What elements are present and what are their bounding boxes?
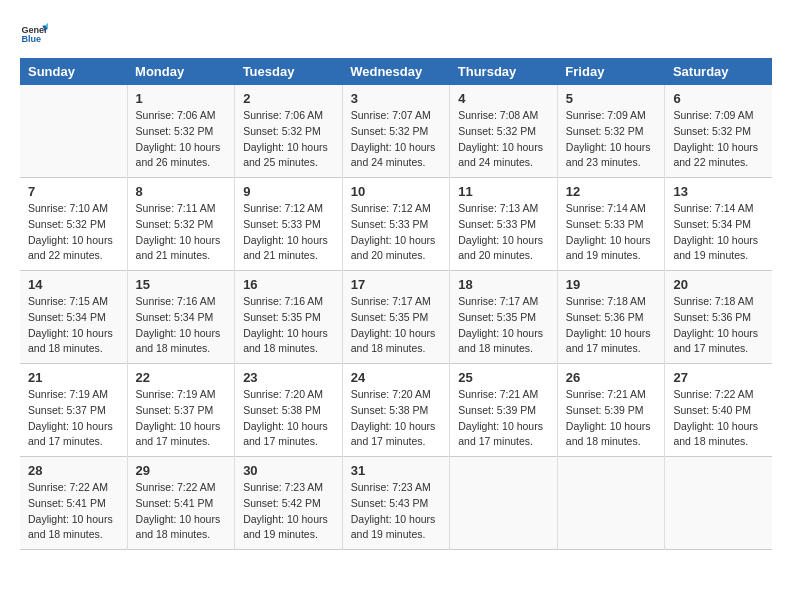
calendar-cell: 6Sunrise: 7:09 AMSunset: 5:32 PMDaylight… bbox=[665, 85, 772, 178]
logo: General Blue bbox=[20, 20, 48, 48]
calendar-cell: 18Sunrise: 7:17 AMSunset: 5:35 PMDayligh… bbox=[450, 271, 558, 364]
weekday-header-monday: Monday bbox=[127, 58, 235, 85]
day-number: 20 bbox=[673, 277, 764, 292]
day-info: Sunrise: 7:20 AMSunset: 5:38 PMDaylight:… bbox=[243, 387, 334, 450]
day-number: 25 bbox=[458, 370, 549, 385]
calendar-cell: 7Sunrise: 7:10 AMSunset: 5:32 PMDaylight… bbox=[20, 178, 127, 271]
logo-icon: General Blue bbox=[20, 20, 48, 48]
calendar-cell: 17Sunrise: 7:17 AMSunset: 5:35 PMDayligh… bbox=[342, 271, 450, 364]
day-number: 24 bbox=[351, 370, 442, 385]
day-info: Sunrise: 7:22 AMSunset: 5:41 PMDaylight:… bbox=[136, 480, 227, 543]
day-number: 15 bbox=[136, 277, 227, 292]
day-number: 13 bbox=[673, 184, 764, 199]
day-number: 7 bbox=[28, 184, 119, 199]
calendar-cell: 13Sunrise: 7:14 AMSunset: 5:34 PMDayligh… bbox=[665, 178, 772, 271]
svg-text:Blue: Blue bbox=[21, 34, 41, 44]
calendar-week-row: 7Sunrise: 7:10 AMSunset: 5:32 PMDaylight… bbox=[20, 178, 772, 271]
day-info: Sunrise: 7:17 AMSunset: 5:35 PMDaylight:… bbox=[458, 294, 549, 357]
calendar-cell bbox=[20, 85, 127, 178]
day-number: 5 bbox=[566, 91, 657, 106]
day-info: Sunrise: 7:12 AMSunset: 5:33 PMDaylight:… bbox=[351, 201, 442, 264]
calendar-cell: 5Sunrise: 7:09 AMSunset: 5:32 PMDaylight… bbox=[557, 85, 665, 178]
day-info: Sunrise: 7:14 AMSunset: 5:33 PMDaylight:… bbox=[566, 201, 657, 264]
day-number: 18 bbox=[458, 277, 549, 292]
day-info: Sunrise: 7:12 AMSunset: 5:33 PMDaylight:… bbox=[243, 201, 334, 264]
calendar-cell: 27Sunrise: 7:22 AMSunset: 5:40 PMDayligh… bbox=[665, 364, 772, 457]
day-number: 22 bbox=[136, 370, 227, 385]
day-number: 16 bbox=[243, 277, 334, 292]
day-info: Sunrise: 7:13 AMSunset: 5:33 PMDaylight:… bbox=[458, 201, 549, 264]
day-number: 26 bbox=[566, 370, 657, 385]
day-number: 10 bbox=[351, 184, 442, 199]
calendar-cell: 8Sunrise: 7:11 AMSunset: 5:32 PMDaylight… bbox=[127, 178, 235, 271]
calendar-week-row: 14Sunrise: 7:15 AMSunset: 5:34 PMDayligh… bbox=[20, 271, 772, 364]
weekday-header-sunday: Sunday bbox=[20, 58, 127, 85]
weekday-header-saturday: Saturday bbox=[665, 58, 772, 85]
calendar-cell: 30Sunrise: 7:23 AMSunset: 5:42 PMDayligh… bbox=[235, 457, 343, 550]
day-info: Sunrise: 7:21 AMSunset: 5:39 PMDaylight:… bbox=[566, 387, 657, 450]
calendar-cell: 4Sunrise: 7:08 AMSunset: 5:32 PMDaylight… bbox=[450, 85, 558, 178]
day-number: 28 bbox=[28, 463, 119, 478]
day-number: 9 bbox=[243, 184, 334, 199]
day-info: Sunrise: 7:22 AMSunset: 5:40 PMDaylight:… bbox=[673, 387, 764, 450]
day-info: Sunrise: 7:16 AMSunset: 5:35 PMDaylight:… bbox=[243, 294, 334, 357]
weekday-header-row: SundayMondayTuesdayWednesdayThursdayFrid… bbox=[20, 58, 772, 85]
day-number: 1 bbox=[136, 91, 227, 106]
calendar-week-row: 21Sunrise: 7:19 AMSunset: 5:37 PMDayligh… bbox=[20, 364, 772, 457]
day-info: Sunrise: 7:23 AMSunset: 5:43 PMDaylight:… bbox=[351, 480, 442, 543]
calendar-cell bbox=[665, 457, 772, 550]
weekday-header-thursday: Thursday bbox=[450, 58, 558, 85]
calendar-cell: 15Sunrise: 7:16 AMSunset: 5:34 PMDayligh… bbox=[127, 271, 235, 364]
calendar-cell: 20Sunrise: 7:18 AMSunset: 5:36 PMDayligh… bbox=[665, 271, 772, 364]
day-info: Sunrise: 7:06 AMSunset: 5:32 PMDaylight:… bbox=[136, 108, 227, 171]
calendar-cell: 14Sunrise: 7:15 AMSunset: 5:34 PMDayligh… bbox=[20, 271, 127, 364]
calendar-cell: 3Sunrise: 7:07 AMSunset: 5:32 PMDaylight… bbox=[342, 85, 450, 178]
day-number: 2 bbox=[243, 91, 334, 106]
day-info: Sunrise: 7:18 AMSunset: 5:36 PMDaylight:… bbox=[673, 294, 764, 357]
calendar-cell: 16Sunrise: 7:16 AMSunset: 5:35 PMDayligh… bbox=[235, 271, 343, 364]
calendar-cell bbox=[450, 457, 558, 550]
day-number: 12 bbox=[566, 184, 657, 199]
calendar-week-row: 28Sunrise: 7:22 AMSunset: 5:41 PMDayligh… bbox=[20, 457, 772, 550]
day-info: Sunrise: 7:08 AMSunset: 5:32 PMDaylight:… bbox=[458, 108, 549, 171]
day-info: Sunrise: 7:09 AMSunset: 5:32 PMDaylight:… bbox=[566, 108, 657, 171]
calendar-cell: 1Sunrise: 7:06 AMSunset: 5:32 PMDaylight… bbox=[127, 85, 235, 178]
calendar-cell: 23Sunrise: 7:20 AMSunset: 5:38 PMDayligh… bbox=[235, 364, 343, 457]
day-number: 21 bbox=[28, 370, 119, 385]
day-number: 23 bbox=[243, 370, 334, 385]
day-info: Sunrise: 7:19 AMSunset: 5:37 PMDaylight:… bbox=[136, 387, 227, 450]
day-number: 19 bbox=[566, 277, 657, 292]
day-info: Sunrise: 7:23 AMSunset: 5:42 PMDaylight:… bbox=[243, 480, 334, 543]
day-info: Sunrise: 7:11 AMSunset: 5:32 PMDaylight:… bbox=[136, 201, 227, 264]
day-number: 27 bbox=[673, 370, 764, 385]
weekday-header-tuesday: Tuesday bbox=[235, 58, 343, 85]
calendar-cell: 29Sunrise: 7:22 AMSunset: 5:41 PMDayligh… bbox=[127, 457, 235, 550]
day-number: 11 bbox=[458, 184, 549, 199]
day-info: Sunrise: 7:21 AMSunset: 5:39 PMDaylight:… bbox=[458, 387, 549, 450]
weekday-header-friday: Friday bbox=[557, 58, 665, 85]
day-info: Sunrise: 7:07 AMSunset: 5:32 PMDaylight:… bbox=[351, 108, 442, 171]
day-number: 30 bbox=[243, 463, 334, 478]
calendar-cell: 31Sunrise: 7:23 AMSunset: 5:43 PMDayligh… bbox=[342, 457, 450, 550]
day-info: Sunrise: 7:14 AMSunset: 5:34 PMDaylight:… bbox=[673, 201, 764, 264]
calendar-cell: 10Sunrise: 7:12 AMSunset: 5:33 PMDayligh… bbox=[342, 178, 450, 271]
calendar-cell: 26Sunrise: 7:21 AMSunset: 5:39 PMDayligh… bbox=[557, 364, 665, 457]
calendar-week-row: 1Sunrise: 7:06 AMSunset: 5:32 PMDaylight… bbox=[20, 85, 772, 178]
day-info: Sunrise: 7:18 AMSunset: 5:36 PMDaylight:… bbox=[566, 294, 657, 357]
day-number: 6 bbox=[673, 91, 764, 106]
calendar-cell: 25Sunrise: 7:21 AMSunset: 5:39 PMDayligh… bbox=[450, 364, 558, 457]
day-number: 3 bbox=[351, 91, 442, 106]
calendar-cell: 22Sunrise: 7:19 AMSunset: 5:37 PMDayligh… bbox=[127, 364, 235, 457]
day-info: Sunrise: 7:10 AMSunset: 5:32 PMDaylight:… bbox=[28, 201, 119, 264]
calendar-cell: 9Sunrise: 7:12 AMSunset: 5:33 PMDaylight… bbox=[235, 178, 343, 271]
calendar-cell: 24Sunrise: 7:20 AMSunset: 5:38 PMDayligh… bbox=[342, 364, 450, 457]
day-number: 4 bbox=[458, 91, 549, 106]
day-info: Sunrise: 7:20 AMSunset: 5:38 PMDaylight:… bbox=[351, 387, 442, 450]
day-info: Sunrise: 7:22 AMSunset: 5:41 PMDaylight:… bbox=[28, 480, 119, 543]
page-header: General Blue bbox=[20, 20, 772, 48]
day-info: Sunrise: 7:06 AMSunset: 5:32 PMDaylight:… bbox=[243, 108, 334, 171]
calendar-cell bbox=[557, 457, 665, 550]
day-info: Sunrise: 7:19 AMSunset: 5:37 PMDaylight:… bbox=[28, 387, 119, 450]
calendar-cell: 28Sunrise: 7:22 AMSunset: 5:41 PMDayligh… bbox=[20, 457, 127, 550]
day-info: Sunrise: 7:17 AMSunset: 5:35 PMDaylight:… bbox=[351, 294, 442, 357]
